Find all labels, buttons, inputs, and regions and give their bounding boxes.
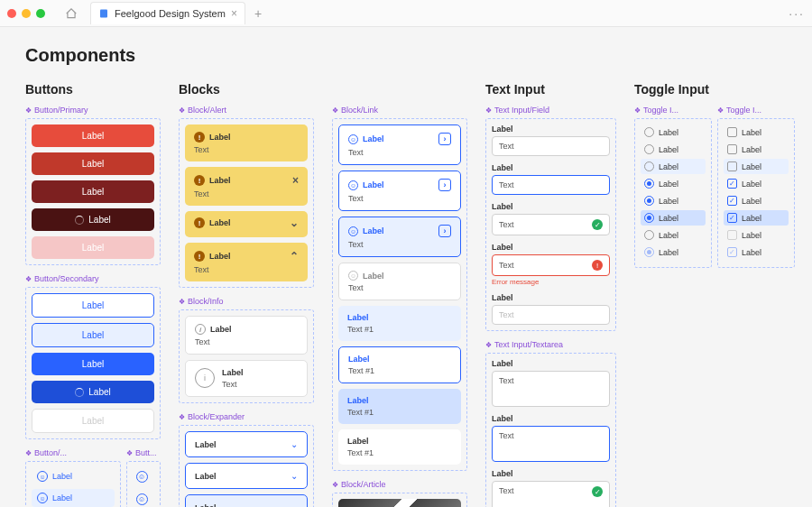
text-input[interactable]: Text xyxy=(492,175,610,195)
close-icon[interactable]: × xyxy=(292,174,299,187)
tertiary-button-default[interactable]: ☺Label xyxy=(32,467,115,485)
radio-row[interactable]: Label xyxy=(641,124,706,140)
design-canvas[interactable]: Components Buttons Button/Primary Label … xyxy=(0,27,812,507)
textarea-input[interactable]: Text xyxy=(492,426,610,462)
frame-block-link[interactable]: ☺Label› Text ☺Label› Text ☺Label› Text ☺… xyxy=(332,118,467,471)
checkbox-checked-icon xyxy=(727,213,737,223)
icon-button-hover[interactable]: ☺ xyxy=(133,490,151,507)
secondary-button-active[interactable]: Label xyxy=(32,353,154,375)
text-field-valid: Label Text✓ xyxy=(492,202,610,235)
component-label-button-mini: Button/... xyxy=(25,448,121,457)
chevron-right-icon: › xyxy=(438,225,451,237)
face-icon: ☺ xyxy=(37,471,48,482)
radio-row-checked[interactable]: Label xyxy=(641,193,706,208)
primary-button-active[interactable]: Label xyxy=(32,180,154,203)
tertiary-button-hover[interactable]: ☺Label xyxy=(32,489,115,507)
section-toggle-title: Toggle Input xyxy=(634,82,795,97)
link-block-filled-1[interactable]: Label Text #1 xyxy=(338,306,461,341)
document-tab[interactable]: Feelgood Design System × xyxy=(90,2,245,24)
frame-text-field[interactable]: Label Text Label Text Label Text✓ Label … xyxy=(485,118,616,331)
frame-checkbox[interactable]: Label Label Label Label Label Label Labe… xyxy=(717,118,795,268)
link-block-outline[interactable]: Label Text #1 xyxy=(338,346,461,383)
frame-block-alert[interactable]: !Label Text !Label× Text !Label⌄ !Label⌃… xyxy=(179,118,314,288)
primary-button-loading[interactable]: Label xyxy=(32,208,154,231)
chevron-down-icon: ⌄ xyxy=(291,471,298,481)
checkbox-unchecked-icon xyxy=(727,161,737,171)
secondary-button-disabled: Label xyxy=(32,409,154,433)
face-icon: ☺ xyxy=(348,226,358,236)
textarea-input[interactable]: Text xyxy=(492,371,610,407)
chevron-up-icon[interactable]: ⌃ xyxy=(290,250,299,263)
checkbox-row-checked[interactable]: Label xyxy=(724,176,789,191)
textarea-input[interactable]: Text✓ xyxy=(492,481,610,507)
icon-button-default[interactable]: ☺ xyxy=(133,467,151,485)
info-icon: i xyxy=(195,324,206,335)
radio-row-hover[interactable]: Label xyxy=(641,159,706,174)
more-menu-icon[interactable]: ··· xyxy=(789,6,805,21)
frame-block-info[interactable]: iLabel Text i Label Text xyxy=(179,309,314,403)
face-icon: ☺ xyxy=(37,493,48,503)
radio-unchecked-icon xyxy=(644,161,654,171)
secondary-button-loading[interactable]: Label xyxy=(32,381,154,403)
checkbox-row-hover[interactable]: Label xyxy=(724,159,789,174)
frame-button-secondary[interactable]: Label Label Label Label Label xyxy=(25,287,161,439)
checkbox-row-selected[interactable]: Label xyxy=(724,210,789,226)
close-tab-icon[interactable]: × xyxy=(231,7,237,20)
expander-block-closed[interactable]: Label⌄ xyxy=(185,431,308,457)
checkbox-unchecked-icon xyxy=(727,230,737,240)
frame-button-icon[interactable]: ☺ ☺ ☺ ☺ ☺ xyxy=(126,461,161,507)
alert-block-expandable-closed[interactable]: !Label⌄ xyxy=(185,211,308,237)
check-icon: ✓ xyxy=(592,486,603,497)
text-input[interactable]: Text! xyxy=(492,254,610,276)
frame-block-expander[interactable]: Label⌄ Label⌄ Label⌄ Label⌃ xyxy=(179,425,314,507)
component-label-text-field: Text Input/Field xyxy=(485,106,616,115)
frame-textarea[interactable]: Label Text Label Text Label Text✓ Label … xyxy=(485,353,616,507)
warning-icon: ! xyxy=(194,251,205,262)
link-block-hover[interactable]: ☺Label› Text xyxy=(338,217,461,257)
expander-block-closed-2[interactable]: Label⌄ xyxy=(185,463,308,489)
maximize-window-button[interactable] xyxy=(36,9,45,18)
primary-button-default[interactable]: Label xyxy=(32,124,154,147)
link-block-filled-2[interactable]: Label Text #1 xyxy=(338,389,461,424)
radio-row-selected[interactable]: Label xyxy=(641,210,706,226)
link-block-2[interactable]: ☺Label› Text xyxy=(338,171,461,211)
minimize-window-button[interactable] xyxy=(22,9,31,18)
secondary-button-hover[interactable]: Label xyxy=(32,323,154,347)
alert-block-dismissable: !Label× Text xyxy=(185,167,308,206)
face-icon: ☺ xyxy=(136,493,148,505)
radio-row[interactable]: Label xyxy=(641,142,706,157)
text-input[interactable]: Text xyxy=(492,136,610,156)
window-controls xyxy=(7,9,45,18)
component-label-toggle-radio: Toggle I... xyxy=(634,106,712,115)
checkbox-row-disabled: Label xyxy=(724,227,789,243)
home-button[interactable] xyxy=(58,4,85,23)
radio-checked-icon xyxy=(644,196,654,206)
radio-row-checked[interactable]: Label xyxy=(641,176,706,191)
checkbox-row-checked[interactable]: Label xyxy=(724,193,789,208)
link-block-default[interactable]: ☺Label› Text xyxy=(338,124,461,165)
close-window-button[interactable] xyxy=(7,9,16,18)
chevron-right-icon: › xyxy=(438,179,451,191)
textarea-valid: Label Text✓ xyxy=(492,469,610,507)
chevron-down-icon[interactable]: ⌄ xyxy=(290,217,299,229)
component-label-block-expander: Block/Expander xyxy=(179,412,314,421)
frame-radio[interactable]: Label Label Label Label Label Label Labe… xyxy=(634,118,712,268)
checkbox-row[interactable]: Label xyxy=(724,124,789,140)
window-titlebar: Feelgood Design System × + ··· xyxy=(0,0,812,27)
frame-button-tertiary[interactable]: ☺Label ☺Label ☺Label ☺Label ☺Label xyxy=(25,461,121,507)
text-input[interactable]: Text✓ xyxy=(492,214,610,235)
frame-button-primary[interactable]: Label Label Label Label Label xyxy=(25,118,161,265)
text-field-focus: Label Text xyxy=(492,163,610,195)
frame-block-article[interactable]: Title xyxy=(332,493,467,507)
new-tab-button[interactable]: + xyxy=(254,6,262,21)
primary-button-hover[interactable]: Label xyxy=(32,152,154,175)
section-text-input-title: Text Input xyxy=(485,82,616,97)
checkbox-row[interactable]: Label xyxy=(724,142,789,157)
link-block-plain[interactable]: Label Text #1 xyxy=(338,429,461,465)
alert-block-expandable-open[interactable]: !Label⌃ Text xyxy=(185,243,308,281)
chevron-down-icon: ⌄ xyxy=(291,439,298,449)
article-block[interactable]: Title xyxy=(338,499,461,507)
text-input[interactable]: Text xyxy=(492,305,610,325)
secondary-button-default[interactable]: Label xyxy=(32,293,154,318)
expander-block-hover[interactable]: Label⌄ xyxy=(185,494,308,507)
